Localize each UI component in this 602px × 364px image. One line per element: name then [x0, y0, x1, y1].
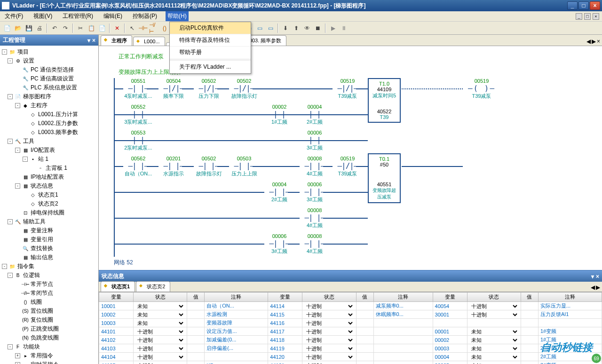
- tb-download[interactable]: ⬇: [280, 23, 291, 33]
- tree-item[interactable]: (R)复位线圈: [2, 316, 96, 324]
- state-select[interactable]: 十进制: [469, 303, 519, 309]
- col-header[interactable]: 注释: [538, 293, 602, 302]
- state-select[interactable]: 未知: [469, 345, 519, 352]
- tb-stop[interactable]: ⏹: [313, 23, 323, 33]
- state-select[interactable]: 十进制: [135, 354, 185, 360]
- state-select[interactable]: 未知: [135, 320, 185, 326]
- tb-open[interactable]: 📂: [13, 23, 23, 33]
- tree-item[interactable]: ◇状态页2: [2, 199, 96, 208]
- table-row[interactable]: 44103十进制启停偏差(...44119十进制00003未知2#变频: [99, 344, 602, 353]
- state-select[interactable]: 十进制: [135, 362, 185, 364]
- state-select[interactable]: 十进制: [304, 345, 354, 352]
- tab-next-icon[interactable]: ▶: [592, 38, 596, 45]
- table-row[interactable]: 44102十进制加减偏差(0...44118十进制00002未知1#工频: [99, 336, 602, 344]
- tree-item[interactable]: ◇L0003.频率参数: [2, 128, 96, 137]
- tree-item[interactable]: 🔧PC 通信类型选择: [2, 65, 96, 74]
- status-tab-1[interactable]: 状态页1: [101, 281, 135, 292]
- tree-item[interactable]: (S)置位线圈: [2, 307, 96, 316]
- tb-print[interactable]: 🖨: [34, 23, 45, 33]
- menu-view[interactable]: 视图(V): [32, 11, 54, 21]
- menu-controller[interactable]: 控制器(P): [131, 11, 159, 21]
- col-header[interactable]: 变量: [99, 293, 134, 302]
- tree-item[interactable]: -📁项目: [2, 47, 96, 56]
- tb-delete[interactable]: ✕: [112, 23, 122, 33]
- tb-block3[interactable]: ▭: [265, 23, 276, 33]
- tb-coil[interactable]: (): [159, 23, 170, 33]
- minimize-button[interactable]: _: [567, 1, 578, 10]
- col-header[interactable]: 状态: [134, 293, 187, 302]
- state-select[interactable]: 十进制: [304, 337, 354, 343]
- menu-about[interactable]: 关于程序 VLadder ...: [170, 61, 251, 73]
- state-select[interactable]: 十进制: [135, 337, 185, 343]
- tree-item[interactable]: 🔍查找替换: [2, 244, 96, 253]
- menu-start-sim[interactable]: 启动PLC仿真软件: [170, 22, 251, 34]
- menu-file[interactable]: 文件(F): [3, 11, 25, 21]
- col-header[interactable]: 状态: [302, 293, 356, 302]
- maximize-button[interactable]: □: [578, 1, 589, 10]
- menu-special-reg[interactable]: 特殊寄存器及特殊位: [170, 34, 251, 47]
- tree-item[interactable]: ▦变量注释: [2, 226, 96, 235]
- tree-item[interactable]: ⊣⊢常开节点: [2, 280, 96, 289]
- sidebar-pin-icon[interactable]: ▾: [87, 37, 90, 44]
- col-header[interactable]: 值: [187, 293, 205, 302]
- col-header[interactable]: 值: [521, 293, 539, 302]
- tb-monitor[interactable]: 👁: [302, 23, 312, 33]
- state-select[interactable]: 未知: [469, 328, 519, 335]
- state-select[interactable]: 未知: [469, 337, 519, 343]
- state-select[interactable]: 未知: [469, 362, 519, 364]
- tree-item[interactable]: +▸定时器指令: [2, 360, 96, 364]
- menu-project[interactable]: 工程管理(R): [61, 11, 95, 21]
- table-row[interactable]: 10001未知自动（ON...44114十进制减泵频率0...40054十进制实…: [99, 302, 602, 310]
- tree-item[interactable]: ◇L0001.压力计算: [2, 110, 96, 119]
- status-tab-2[interactable]: 状态页2: [136, 281, 170, 292]
- tree-item[interactable]: (N)负跳变线圈: [2, 333, 96, 342]
- tree-item[interactable]: ▦变量引用: [2, 235, 96, 244]
- col-header[interactable]: 值: [356, 293, 373, 302]
- tb-paste[interactable]: 📄: [97, 23, 107, 33]
- table-row[interactable]: 10002未知水源检测44115十进制休眠频率0...30001十进制压力反馈A…: [99, 310, 602, 319]
- col-header[interactable]: 注释: [205, 293, 268, 302]
- ladder-editor[interactable]: 正常工作判断减泵 变频故障压力上上限减泵 00551—| |—4泵时减泵...0…: [99, 46, 602, 270]
- status-close-icon[interactable]: ×: [596, 273, 599, 280]
- state-select[interactable]: 十进制: [304, 303, 354, 309]
- tree-item[interactable]: +▸常用指令: [2, 351, 96, 360]
- mdi-close[interactable]: ×: [593, 13, 599, 20]
- tree-item[interactable]: ⊡掉电保持线圈: [2, 208, 96, 217]
- status-grid[interactable]: 变量状态值注释变量状态值注释变量状态值注释10001未知自动（ON...4411…: [99, 292, 602, 364]
- tree-item[interactable]: -⚙设置: [2, 56, 96, 65]
- col-header[interactable]: 状态: [467, 293, 521, 302]
- tb-run[interactable]: ▶: [328, 23, 338, 33]
- status-prev[interactable]: ◀: [591, 284, 595, 291]
- tb-contact-nc[interactable]: ⊣/⊢: [149, 23, 159, 33]
- tab-close-icon[interactable]: ×: [597, 38, 600, 45]
- tab-main[interactable]: 主程序: [101, 35, 132, 46]
- close-button[interactable]: ×: [590, 1, 600, 10]
- tree-item[interactable]: ▦输出信息: [2, 253, 96, 262]
- table-row[interactable]: 44104十进制44120十进制00004未知2#工频: [99, 353, 602, 361]
- tb-upload[interactable]: ⬆: [291, 23, 301, 33]
- state-select[interactable]: 未知: [469, 354, 519, 360]
- tree-item[interactable]: -▪站 1: [2, 155, 96, 164]
- mdi-restore[interactable]: □: [584, 13, 591, 20]
- table-row[interactable]: 44105十进制KP44121十进制00005未知3#变频: [99, 361, 602, 364]
- tb-block2[interactable]: ▭: [254, 23, 265, 33]
- tree-item[interactable]: -◆主程序: [2, 101, 96, 110]
- tb-redo[interactable]: ↷: [60, 23, 71, 33]
- tree-item[interactable]: ◇L0002.压力参数: [2, 119, 96, 128]
- status-pin-icon[interactable]: ▾: [591, 273, 594, 280]
- tb-copy[interactable]: 📋: [86, 23, 96, 33]
- col-header[interactable]: 变量: [433, 293, 467, 302]
- tb-pause[interactable]: ⏸: [339, 23, 349, 33]
- mdi-minimize[interactable]: _: [576, 13, 582, 20]
- state-select[interactable]: 十进制: [135, 328, 185, 335]
- tree-item[interactable]: ▦IP地址配置表: [2, 173, 96, 182]
- tb-save[interactable]: 💾: [24, 23, 34, 33]
- status-next[interactable]: ▶: [596, 284, 600, 291]
- tree-item[interactable]: ◇状态页1: [2, 190, 96, 199]
- state-select[interactable]: 十进制: [304, 328, 354, 335]
- tree-item[interactable]: -▦I/O配置表: [2, 146, 96, 155]
- tree-item[interactable]: -📄梯形图程序: [2, 92, 96, 101]
- tab-l000[interactable]: L000...: [133, 37, 165, 46]
- tree-item[interactable]: -F功能块: [2, 342, 96, 351]
- coil-t39[interactable]: 00519 —( )— T39减泵: [467, 78, 497, 100]
